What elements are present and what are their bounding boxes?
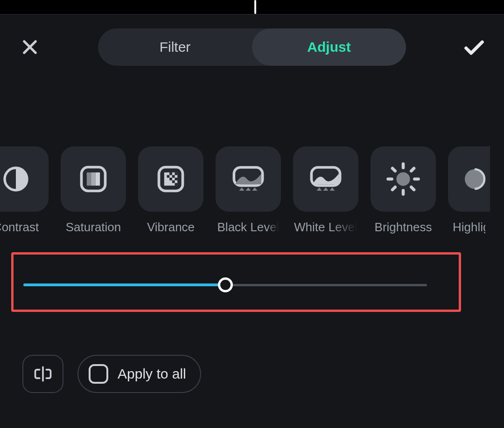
svg-rect-16 — [175, 183, 178, 186]
svg-marker-20 — [252, 187, 257, 191]
tool-vibrance[interactable]: Vibrance — [138, 146, 203, 235]
contrast-icon — [0, 146, 49, 212]
compare-button[interactable] — [22, 355, 63, 393]
panel-header: Filter Adjust — [0, 14, 504, 66]
svg-rect-4 — [87, 173, 91, 186]
tool-black-level[interactable]: Black Level — [216, 146, 281, 235]
svg-marker-19 — [245, 187, 251, 191]
saturation-icon — [61, 146, 126, 212]
tab-adjust[interactable]: Adjust — [252, 28, 406, 66]
checkbox-icon — [89, 364, 108, 384]
tool-label: Contrast — [0, 220, 39, 235]
mode-tabs: Filter Adjust — [98, 28, 406, 66]
tool-contrast[interactable]: Contrast — [0, 146, 49, 235]
tool-label: Highlights — [453, 220, 485, 235]
white-level-icon — [293, 146, 358, 212]
black-level-icon — [216, 146, 281, 212]
svg-rect-11 — [167, 175, 170, 178]
svg-line-32 — [392, 187, 395, 190]
apply-to-all-button[interactable]: Apply to all — [77, 355, 201, 393]
timeline-preview — [0, 0, 504, 14]
tool-brightness[interactable]: Brightness — [371, 146, 436, 235]
footer-actions: Apply to all — [22, 355, 201, 393]
svg-rect-9 — [169, 173, 172, 175]
tool-label: Saturation — [66, 220, 121, 235]
vibrance-icon — [138, 146, 203, 212]
adjustment-tools-strip[interactable]: Contrast Saturation Vibrance Black Level — [0, 146, 504, 235]
tool-saturation[interactable]: Saturation — [61, 146, 126, 235]
svg-marker-22 — [317, 187, 322, 191]
slider-thumb[interactable] — [218, 277, 233, 292]
adjust-panel: Filter Adjust Contrast Saturation Vibran… — [0, 14, 504, 428]
tab-filter[interactable]: Filter — [98, 28, 252, 66]
close-icon — [20, 37, 40, 57]
close-button[interactable] — [18, 35, 42, 59]
tool-label: Brightness — [375, 220, 432, 235]
tool-highlights[interactable]: Highlights — [448, 146, 490, 235]
svg-marker-18 — [239, 187, 245, 191]
svg-line-31 — [411, 187, 414, 190]
svg-point-25 — [396, 172, 410, 186]
svg-rect-13 — [169, 178, 172, 180]
svg-line-30 — [392, 168, 395, 171]
svg-rect-10 — [175, 173, 178, 175]
tool-label: Vibrance — [147, 220, 195, 235]
confirm-button[interactable] — [462, 35, 486, 59]
playhead-indicator — [254, 0, 256, 14]
check-icon — [462, 35, 486, 59]
highlights-icon — [448, 146, 490, 212]
apply-to-all-label: Apply to all — [118, 366, 186, 382]
svg-rect-15 — [172, 180, 175, 183]
svg-marker-24 — [329, 187, 335, 191]
slider-fill — [23, 283, 225, 286]
brightness-icon — [371, 146, 436, 212]
svg-rect-12 — [172, 175, 175, 178]
tool-white-level[interactable]: White Level — [293, 146, 358, 235]
tool-label: White Level — [294, 220, 357, 235]
adjustment-slider[interactable] — [23, 276, 427, 294]
svg-rect-6 — [96, 173, 100, 186]
compare-icon — [33, 364, 53, 384]
svg-line-33 — [411, 168, 414, 171]
svg-rect-14 — [175, 178, 178, 180]
svg-marker-23 — [323, 187, 328, 191]
svg-rect-5 — [91, 173, 95, 186]
tool-label: Black Level — [217, 220, 280, 235]
